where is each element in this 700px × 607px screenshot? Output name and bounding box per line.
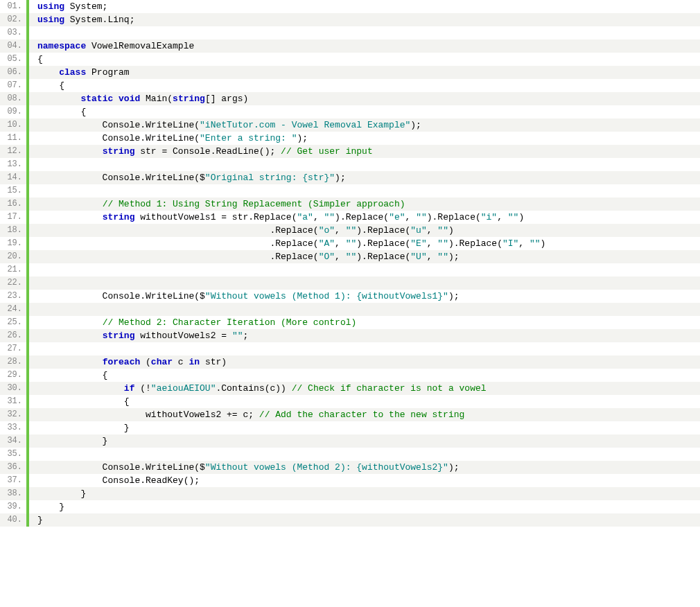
token-str: "" [232,331,243,341]
line-number: 21. [0,263,26,276]
token-txt: Program [86,67,129,78]
line-content: withoutVowels2 += c; // Add the characte… [29,408,464,421]
token-txt: ) [541,238,546,249]
token-str: "o" [319,225,335,236]
line-content: } [29,487,86,500]
token-str: "" [437,252,448,262]
line-content: { [29,53,43,66]
code-line: 22. [0,276,700,290]
line-content: // Method 1: Using String Replacement (S… [29,197,405,211]
code-line: 03. [0,26,700,39]
line-number: 25. [0,316,26,329]
token-txt: { [37,370,107,380]
change-marker [26,263,29,276]
line-number: 20. [0,250,26,263]
token-txt: ); [448,252,460,262]
line-content: { [29,105,86,118]
token-txt: Main( [140,94,173,104]
token-str: "" [346,225,357,236]
line-number: 10. [0,118,26,132]
line-content: Console.ReadKey(); [29,474,200,487]
code-line: 31. { [0,395,700,408]
line-number: 05. [0,53,26,66]
code-line: 06. class Program [0,66,700,79]
token-txt: ).Replace( [356,252,410,262]
line-number: 07. [0,79,26,92]
code-block: 01.using System;02.using System.Linq;03.… [0,0,700,527]
token-txt: ).Replace( [356,238,410,249]
token-kw: char [151,357,173,367]
change-marker [26,158,29,171]
line-content: if (!"aeiouAEIOU".Contains(c)) // Check … [29,382,487,395]
token-txt: Console.WriteLine($ [37,462,205,473]
token-kw: foreach [103,357,141,367]
line-content: Console.WriteLine($"Original string: {st… [29,171,346,184]
code-line: 34. } [0,434,700,448]
change-marker [26,303,29,316]
token-txt [37,199,103,209]
line-content: namespace VowelRemovalExample [29,39,194,53]
token-cmt: // Method 1: Using String Replacement (S… [103,199,405,209]
token-str: "Original string: {str}" [205,173,335,183]
line-number: 24. [0,303,26,316]
line-content: } [29,434,107,448]
token-cmt: // Check if character is not a vowel [292,383,487,394]
change-marker [26,26,29,39]
token-txt: , [405,212,417,222]
token-txt: Console.ReadKey(); [37,475,200,486]
line-content: } [29,500,64,513]
token-txt: ) [518,212,524,222]
line-number: 27. [0,342,26,355]
line-content: { [29,395,130,408]
token-str: "e" [389,212,405,222]
token-txt: , [427,225,438,236]
line-number: 13. [0,158,26,171]
code-line: 26. string withoutVowels2 = ""; [0,329,700,342]
line-number: 19. [0,237,26,250]
token-txt: ); [448,462,460,473]
line-content: Console.WriteLine("iNetTutor.com - Vowel… [29,118,421,132]
token-str: "" [346,238,357,249]
token-kw: string [103,212,135,222]
token-str: "" [346,252,357,262]
token-txt: } [37,489,86,499]
token-cmt: // Method 2: Character Iteration (More c… [103,317,357,328]
line-content: { [29,79,64,92]
code-line: 11. Console.WriteLine("Enter a string: "… [0,132,700,145]
code-line: 15. [0,184,700,197]
line-number: 40. [0,513,26,527]
token-str: "O" [319,252,335,262]
code-line: 05.{ [0,53,700,66]
token-str: "aeiouAEIOU" [151,383,216,394]
token-txt: .Replace( [37,238,319,249]
token-str: "I" [502,238,518,249]
token-txt: Console.WriteLine( [37,120,200,130]
line-number: 32. [0,408,26,421]
line-number: 18. [0,224,26,237]
line-number: 03. [0,26,26,39]
code-line: 02.using System.Linq; [0,13,700,26]
token-kw: namespace [37,41,86,51]
code-line: 24. [0,303,700,316]
code-line: 12. string str = Console.ReadLine(); // … [0,145,700,158]
code-line: 01.using System; [0,0,700,13]
token-txt [37,67,59,78]
line-content: string str = Console.ReadLine(); // Get … [29,145,373,158]
line-number: 17. [0,211,26,224]
token-txt: ); [448,291,460,301]
token-txt [37,212,103,222]
token-kw: static [80,94,113,104]
change-marker [26,184,29,197]
token-txt: ); [410,120,421,130]
token-txt: Console.WriteLine($ [37,173,205,183]
change-marker [26,448,29,461]
code-line: 16. // Method 1: Using String Replacemen… [0,197,700,211]
token-txt: , [427,238,438,249]
token-txt: } [37,436,107,446]
code-line: 04.namespace VowelRemovalExample [0,39,700,53]
token-txt: , [518,238,530,249]
line-content: Console.WriteLine("Enter a string: "); [29,132,308,145]
line-number: 16. [0,197,26,211]
line-number: 23. [0,290,26,303]
change-marker [26,342,29,355]
